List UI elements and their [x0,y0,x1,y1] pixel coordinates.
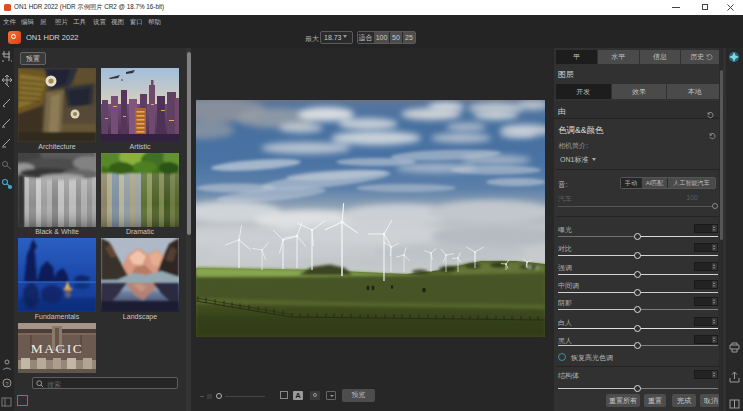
svg-text:MAGIC: MAGIC [31,341,84,356]
